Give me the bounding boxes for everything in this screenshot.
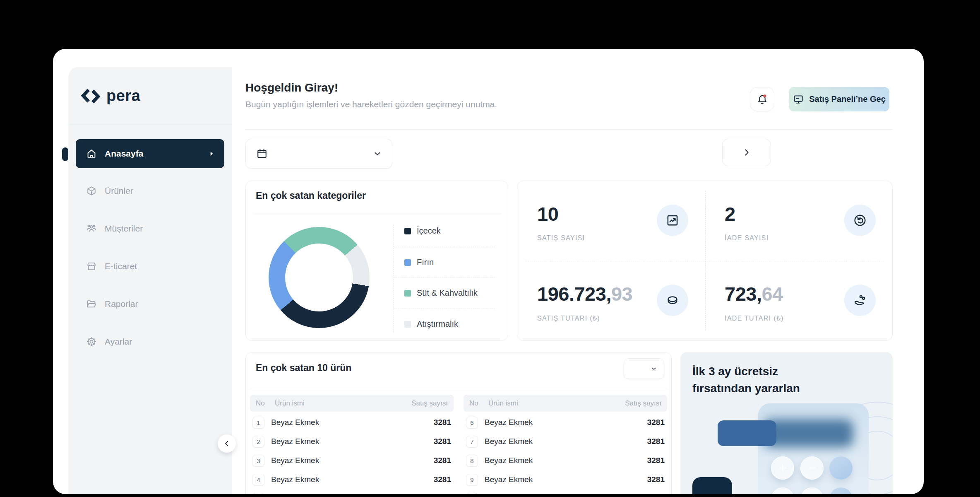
card-divider (250, 388, 667, 388)
logo: pera (68, 67, 232, 125)
legend-separator (394, 225, 394, 333)
notification-dot (763, 94, 766, 97)
switch-to-sales-panel-button[interactable]: Satış Paneli’ne Geç (789, 87, 889, 111)
blue-button-graphic (829, 456, 853, 480)
legend-swatch (404, 259, 411, 266)
promo-device-panel (758, 403, 869, 494)
table-header: No Ürün ismi Satış sayısı (250, 395, 454, 412)
rank-badge: 1 (252, 417, 264, 429)
top-products-card: En çok satan 10 ürün No Ürün ismi Satış (245, 352, 672, 494)
cta-label: Satış Paneli’ne Geç (809, 94, 886, 104)
main-content: Hoşgeldin Giray! Bugün yaptığın işlemler… (232, 67, 908, 494)
app-window: pera Anasayfa (53, 49, 924, 494)
stat-return-amount: 723,64 İADE TUTARI (₺) (705, 261, 892, 341)
sidebar-item-ayarlar[interactable]: Ayarlar (76, 331, 224, 352)
promo-bar-blur (763, 419, 853, 447)
chevron-left-icon (223, 440, 231, 447)
stat-label: İADE SAYISI (725, 234, 892, 242)
rank-badge: 5 (252, 493, 264, 495)
plus-button-graphic: + (771, 456, 794, 480)
sidebar-item-eticaret[interactable]: E-ticaret (76, 256, 224, 277)
table-row: 10Beyaz Ekmek3281 (464, 490, 667, 494)
sidebar-nav: Anasayfa Ürünler (68, 139, 232, 352)
stat-return-count: 2 İADE SAYISI (705, 181, 892, 261)
sidebar-collapse-button[interactable] (218, 434, 236, 453)
sidebar-item-label: Ayarlar (105, 337, 132, 347)
sidebar-item-anasayfa[interactable]: Anasayfa (76, 139, 224, 168)
active-nav-indicator (62, 147, 68, 161)
rank-badge: 6 (466, 417, 478, 429)
table-row: 8Beyaz Ekmek3281 (464, 452, 667, 469)
promo-title: İlk 3 ay ücretsiz fırsatından yararlan (692, 363, 829, 397)
header-divider (245, 129, 893, 130)
card-divider (252, 214, 501, 214)
rank-badge: 10 (466, 493, 478, 495)
gear-icon (86, 336, 97, 347)
table-row: 1Beyaz Ekmek3281 (250, 414, 454, 431)
page-subtitle: Bugün yaptığın işlemleri ve hareketleri … (245, 99, 497, 109)
table-row: 4Beyaz Ekmek3281 (250, 471, 454, 488)
legend-swatch (404, 228, 411, 234)
coin-icon (657, 285, 688, 316)
date-range-select[interactable] (245, 139, 392, 169)
home-icon (86, 148, 97, 159)
sidebar-item-label: Ürünler (105, 186, 133, 196)
products-filter-dropdown[interactable] (624, 358, 664, 379)
folder-icon (86, 298, 97, 310)
stat-label: SATIŞ TUTARI (₺) (537, 314, 705, 322)
monitor-icon (793, 94, 804, 105)
promo-bar (718, 420, 776, 446)
rank-badge: 7 (466, 436, 478, 448)
legend-item: Süt & Kahvaltılık (404, 288, 478, 298)
pera-logo-icon (80, 87, 101, 105)
stat-sales-amount: 196.723,93 SATIŞ TUTARI (₺) (517, 261, 705, 341)
chevron-right-icon (742, 148, 751, 157)
legend-divider (394, 277, 495, 278)
rank-badge: 3 (252, 455, 264, 467)
sidebar: pera Anasayfa (68, 67, 232, 494)
stat-label: SATIŞ SAYISI (537, 234, 705, 242)
screenshot-frame: pera Anasayfa (0, 0, 980, 497)
products-table-right: No Ürün ismi Satış sayısı 6Beyaz Ekmek32… (464, 395, 667, 494)
bell-icon (756, 93, 769, 106)
table-row: 3Beyaz Ekmek3281 (250, 452, 454, 469)
sidebar-item-label: Müşteriler (105, 224, 143, 234)
rank-badge: 8 (466, 455, 478, 467)
legend-swatch (404, 290, 411, 297)
legend-item: İçecek (404, 226, 441, 236)
caret-right-icon (208, 150, 215, 157)
rank-badge: 2 (252, 436, 264, 448)
table-header: No Ürün ismi Satış sayısı (464, 395, 667, 412)
stat-label: İADE TUTARI (₺) (725, 314, 892, 322)
page-title: Hoşgeldin Giray! (245, 81, 338, 94)
hand-coins-icon (844, 285, 876, 316)
table-row: 9Beyaz Ekmek3281 (464, 471, 667, 488)
legend-swatch (404, 321, 411, 328)
notifications-button[interactable] (750, 87, 774, 111)
rank-badge: 4 (252, 474, 264, 486)
storefront-icon (86, 261, 97, 272)
package-icon (86, 185, 97, 197)
stats-card: 10 SATIŞ SAYISI 2 (517, 181, 893, 341)
table-row: 6Beyaz Ekmek3281 (464, 414, 667, 431)
sales-trend-icon (657, 205, 688, 236)
sidebar-item-musteriler[interactable]: Müşteriler (76, 218, 224, 239)
sidebar-item-urunler[interactable]: Ürünler (76, 181, 224, 201)
app-layout: pera Anasayfa (68, 67, 908, 494)
chevron-down-icon (651, 365, 657, 372)
card-title: En çok satan 10 ürün (256, 362, 351, 374)
table-row: 5Beyaz Ekmek3281 (250, 490, 454, 494)
legend-divider (394, 309, 495, 309)
card-title: En çok satan kategoriler (256, 190, 366, 201)
pera-logo-text: pera (106, 87, 140, 105)
donut-chart (269, 227, 370, 328)
table-row: 2Beyaz Ekmek3281 (250, 433, 454, 450)
chevron-down-icon (373, 149, 382, 158)
rank-badge: 9 (466, 474, 478, 486)
next-period-button[interactable] (722, 139, 771, 166)
customers-icon (86, 223, 97, 234)
legend-divider (394, 247, 495, 247)
legend-item: Atıştırmalık (404, 319, 458, 329)
sidebar-item-raporlar[interactable]: Raporlar (76, 294, 224, 314)
promo-card[interactable]: + − İlk 3 ay ücretsiz fırsatından yararl… (680, 352, 893, 494)
